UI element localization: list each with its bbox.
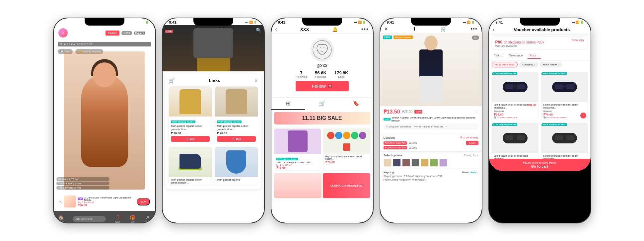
sort-relevance[interactable]: Relevance bbox=[507, 53, 525, 59]
stat-likes: 179.8K Likes bbox=[334, 70, 348, 78]
more-options-3[interactable]: ••• bbox=[361, 26, 369, 32]
filter-same-shop[interactable]: From same shop bbox=[492, 62, 518, 67]
close-icon-live[interactable]: ✕ bbox=[147, 30, 151, 36]
follow-button-3[interactable]: Follow ▾ bbox=[296, 81, 349, 91]
terms-link[interactable]: Terms apply bbox=[572, 39, 584, 41]
go-to-cart-button[interactable]: Go to cart bbox=[531, 164, 548, 168]
swatch-gold[interactable] bbox=[421, 159, 429, 167]
wishlist-button[interactable]: ♡ bbox=[474, 109, 478, 115]
product-item-3-1: XTRA Voucher Ongkir Twin-pocket organic … bbox=[274, 128, 321, 171]
sort-rating[interactable]: Rating bbox=[492, 53, 504, 59]
discount-already: ₱10 off already bbox=[461, 136, 478, 139]
profile-avatar bbox=[310, 38, 334, 62]
product-card-1: ✕ #47 Dr Cardin Men Trendy Ultra Light C… bbox=[56, 194, 153, 209]
filter-price-range[interactable]: Price range ↓ bbox=[540, 62, 562, 67]
nav-gift[interactable]: 🎁 Gift bbox=[130, 215, 135, 223]
more-dots-4[interactable]: ••• bbox=[471, 26, 478, 32]
voucher-img-4 bbox=[541, 123, 588, 153]
p80-amount: P80 bbox=[495, 40, 502, 44]
swatch-beige[interactable] bbox=[384, 159, 392, 167]
search-icon-2[interactable]: 🔍 bbox=[256, 28, 261, 33]
cart-icon-4[interactable]: 🛒 bbox=[441, 26, 446, 32]
cart-icon-btn-2: 🛒 bbox=[232, 137, 235, 140]
voucher-price-2: ₱76.00 bbox=[543, 113, 586, 116]
live-right-1: 1,999 Explore ✕ bbox=[121, 30, 151, 36]
product-img-3-2 bbox=[323, 129, 370, 154]
shipping-label: Shipping bbox=[384, 171, 394, 174]
coupon-item-1: ₱15 off on order ₱30 22S959 Claim bbox=[384, 141, 478, 145]
product-detail-info: ₱13.50 ₱25.00 -35% ♡ XKZZ Yoenik Apparel… bbox=[380, 106, 482, 134]
bell-icon[interactable]: 🔔 bbox=[332, 27, 338, 32]
discount-badge-4: -35% bbox=[414, 110, 423, 114]
profile-handle: @XXX bbox=[317, 64, 327, 68]
dress-shape bbox=[226, 150, 246, 174]
tab-list[interactable]: 🛒 bbox=[305, 98, 339, 110]
price-row: ₱13.50 ₱25.00 -35% ♡ bbox=[384, 109, 478, 115]
close-button-4[interactable]: ✕ bbox=[384, 26, 388, 32]
links-grid: XTRA Shipping Voucher Twin-pocket organi… bbox=[169, 86, 258, 186]
swatch-lavender[interactable] bbox=[439, 159, 447, 167]
voucher-xtra-3: XTRA Shipping Voucher bbox=[492, 123, 518, 126]
detail-chevron[interactable]: › bbox=[446, 125, 447, 128]
product-main-img: XTRA Shipping Voucher 2/8 bbox=[380, 33, 482, 106]
store-icon-2: 🏪 bbox=[543, 116, 546, 119]
back-arrow-3[interactable]: ‹ bbox=[275, 26, 277, 32]
voucher-products-grid: XTRA Shipping Voucher Lorem ipsum dolor … bbox=[489, 69, 591, 171]
sale-banner: 11.11 BIG SALE bbox=[274, 112, 370, 124]
product-info-1: #47 Dr Cardin Men Trendy Ultra Light Cas… bbox=[78, 196, 135, 207]
product-price-1: ₱66.00 bbox=[78, 203, 135, 207]
buy-button-1[interactable]: Buy bbox=[137, 198, 150, 205]
close-product-icon[interactable]: ✕ bbox=[59, 200, 62, 203]
chat-overlay: Welcome to TT, live! This is amazing to … bbox=[56, 177, 153, 190]
product-offer-1: Buy 3 for 5% off bbox=[78, 201, 135, 203]
product-img-dress bbox=[215, 147, 258, 177]
tab-grid[interactable]: ⊞ bbox=[271, 98, 305, 110]
share-icon-4[interactable]: ⬆ bbox=[412, 26, 416, 32]
product-name-3-2: High quality fashion harajuku kawaii hap… bbox=[325, 155, 368, 160]
nav-qa[interactable]: ❓ Q&A bbox=[115, 215, 121, 223]
voucher-strike-1: ₱105.00 bbox=[494, 110, 536, 113]
chat-msg-1: Welcome to TT, live! bbox=[56, 177, 109, 181]
chat-icon: 💬 bbox=[60, 50, 64, 53]
voucher-banner: P80 off shipping on orders P60+ Terms ap… bbox=[492, 37, 588, 49]
claim-button[interactable]: Claim bbox=[466, 141, 478, 145]
tab-bookmark[interactable]: 🔖 bbox=[339, 98, 373, 110]
back-btn-5[interactable]: ‹ bbox=[493, 27, 495, 32]
link-item-name-3: Twin-pocket organic cotton green bottom … bbox=[169, 177, 212, 186]
filter-category[interactable]: Category ↓ bbox=[520, 62, 538, 67]
swatch-green[interactable] bbox=[430, 159, 438, 167]
voucher-strike-2: ₱79.00 bbox=[543, 110, 586, 113]
shipping-chevron[interactable]: › bbox=[477, 171, 478, 174]
following-count: 7 bbox=[296, 70, 307, 75]
coupons-section: Coupons ₱10 off already ₱15 off on order… bbox=[380, 134, 482, 151]
comment-input[interactable]: Add comment bbox=[73, 216, 106, 222]
profile-avatar-area: @XXX 7 Following 56.6K Followers 179.8K … bbox=[271, 34, 373, 95]
notch-5 bbox=[520, 18, 560, 26]
sort-price[interactable]: Price ↑ bbox=[528, 53, 541, 59]
voucher-img-3 bbox=[492, 123, 538, 153]
product-price-3-1: ₱76.00 bbox=[276, 166, 319, 169]
return-icon: ↩ bbox=[414, 125, 416, 128]
swatch-navy[interactable] bbox=[393, 159, 401, 167]
chat-msg-2: This is amazing to see... bbox=[56, 182, 109, 185]
xtra-badge-1: XTRA Shipping Voucher bbox=[171, 121, 196, 123]
close-modal-icon[interactable]: ✕ bbox=[254, 78, 258, 83]
time-1: 9:41 bbox=[60, 20, 68, 24]
nav-shop[interactable]: 🏠 Shop bbox=[58, 215, 64, 223]
product-img-yellow bbox=[169, 87, 212, 117]
swatch-rose[interactable] bbox=[402, 159, 410, 167]
voucher-header: ‹ Voucher available products bbox=[489, 25, 591, 35]
seller-badge: XKZZ bbox=[384, 118, 391, 121]
nav-share[interactable]: ↗ Share bbox=[144, 215, 151, 223]
notch-3 bbox=[302, 18, 342, 26]
cart-badge-2[interactable]: + bbox=[580, 113, 586, 119]
explore-btn[interactable]: Explore bbox=[134, 32, 145, 35]
link-item-price-2: ₱ 76.00 bbox=[217, 131, 256, 135]
buy-btn-1[interactable]: 🛒 Buy bbox=[171, 136, 210, 142]
follow-button-1[interactable]: Follow bbox=[106, 31, 119, 36]
cart-icon-modal: 🛒 bbox=[169, 77, 175, 84]
img-counter: 2/8 bbox=[472, 36, 479, 40]
swatch-gray[interactable] bbox=[411, 159, 419, 167]
buy-btn-2[interactable]: 🛒 Buy bbox=[217, 136, 256, 142]
voucher-card-2: XTRA Shipping Voucher Lorem ipsum dolor … bbox=[541, 72, 588, 120]
